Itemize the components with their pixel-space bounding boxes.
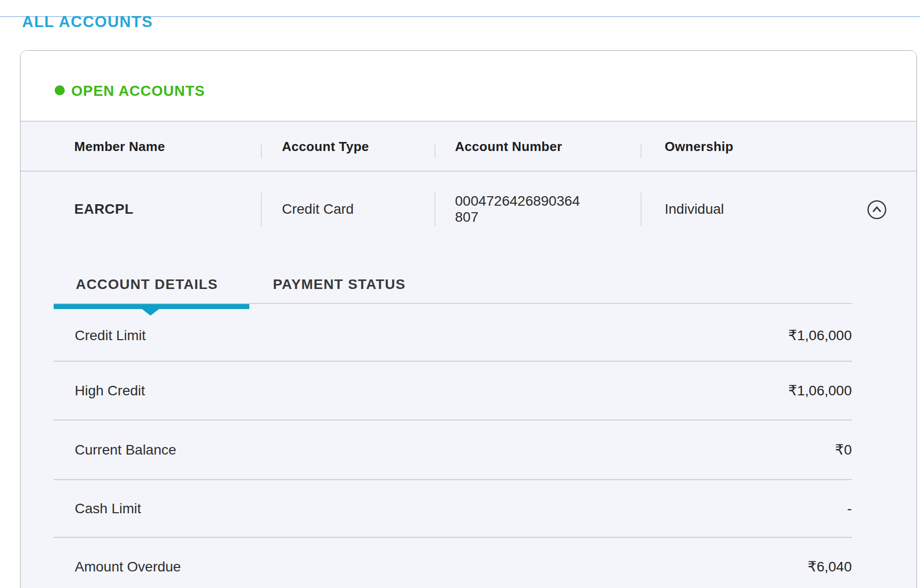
account-number-value: 0004726426890364807 xyxy=(455,172,584,247)
card-header: OPEN ACCOUNTS xyxy=(21,51,916,121)
chevron-up-circle-icon xyxy=(867,200,887,220)
account-tabs: ACCOUNT DETAILS PAYMENT STATUS xyxy=(21,276,916,297)
detail-row-current-balance: Current Balance ₹0 xyxy=(54,420,852,480)
detail-row-high-credit: High Credit ₹1,06,000 xyxy=(54,362,852,420)
open-accounts-card: OPEN ACCOUNTS Member Name Account Type A… xyxy=(20,50,917,588)
column-header-account-number: Account Number xyxy=(455,121,562,172)
active-tab-indicator xyxy=(54,304,249,309)
tab-account-details[interactable]: ACCOUNT DETAILS xyxy=(76,276,218,292)
column-divider xyxy=(261,144,262,158)
section-title: OPEN ACCOUNTS xyxy=(71,83,205,99)
column-header-ownership: Ownership xyxy=(665,121,733,172)
detail-label: Current Balance xyxy=(75,442,176,458)
accounts-table-header: Member Name Account Type Account Number … xyxy=(21,121,916,172)
detail-value: - xyxy=(847,501,852,517)
column-divider xyxy=(261,193,262,226)
detail-value: ₹6,040 xyxy=(808,558,852,575)
tab-payment-status[interactable]: PAYMENT STATUS xyxy=(273,276,406,292)
account-row: EARCPL Credit Card 0004726426890364807 I… xyxy=(21,172,916,247)
column-header-account-type: Account Type xyxy=(282,121,369,172)
account-type-value: Credit Card xyxy=(282,172,354,247)
detail-value: ₹1,06,000 xyxy=(788,382,852,399)
column-divider xyxy=(434,193,435,226)
detail-label: Cash Limit xyxy=(75,501,141,517)
collapse-account-button[interactable] xyxy=(867,200,887,220)
detail-value: ₹1,06,000 xyxy=(788,327,852,344)
account-details-panel: Credit Limit ₹1,06,000 High Credit ₹1,06… xyxy=(54,310,852,588)
detail-row-credit-limit: Credit Limit ₹1,06,000 xyxy=(54,310,852,362)
detail-label: Amount Overdue xyxy=(75,559,181,575)
detail-label: Credit Limit xyxy=(75,328,146,344)
column-header-member-name: Member Name xyxy=(74,121,165,172)
page-title: ALL ACCOUNTS xyxy=(22,13,153,31)
column-divider xyxy=(434,144,435,158)
column-divider xyxy=(641,193,642,226)
detail-value: ₹0 xyxy=(835,442,852,458)
ownership-value: Individual xyxy=(665,172,724,247)
member-name-value: EARCPL xyxy=(74,172,133,247)
detail-row-amount-overdue: Amount Overdue ₹6,040 xyxy=(54,538,852,588)
open-status-dot-icon xyxy=(55,85,65,95)
column-divider xyxy=(641,144,642,158)
detail-label: High Credit xyxy=(75,383,145,399)
detail-row-cash-limit: Cash Limit - xyxy=(54,480,852,538)
